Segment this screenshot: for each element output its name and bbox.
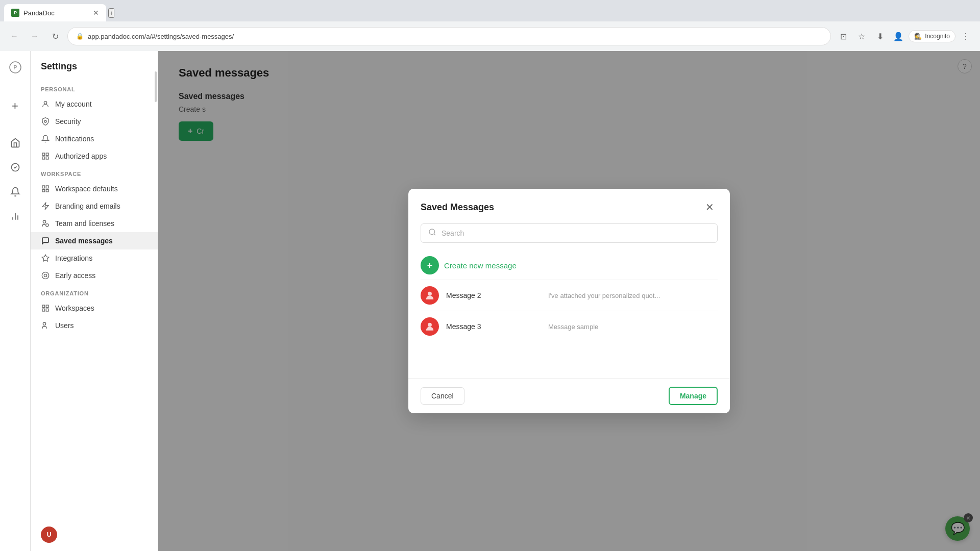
sidebar-icon-chart[interactable]: [5, 206, 26, 227]
manage-button[interactable]: Manage: [669, 387, 718, 405]
modal-footer: Cancel Manage: [408, 378, 730, 413]
modal-header: Saved Messages ✕: [408, 189, 730, 223]
sidebar-item-label-users: Users: [55, 321, 74, 330]
section-label-workspace: WORKSPACE: [31, 165, 158, 180]
svg-rect-13: [46, 186, 48, 188]
svg-rect-15: [46, 189, 48, 192]
cancel-button[interactable]: Cancel: [421, 387, 464, 405]
back-button[interactable]: ←: [6, 28, 22, 44]
table-row[interactable]: Message 2 I've attached your personalize…: [421, 280, 718, 311]
svg-rect-12: [42, 186, 45, 188]
svg-rect-8: [42, 153, 45, 156]
create-message-icon: +: [421, 256, 439, 274]
download-icon[interactable]: ⬇: [872, 28, 888, 44]
sidebar-icon-add[interactable]: +: [5, 96, 26, 116]
sidebar-item-label-integrations: Integrations: [55, 254, 92, 262]
user-avatar[interactable]: U: [41, 527, 57, 543]
new-tab-button[interactable]: +: [108, 8, 114, 18]
sidebar-icon-bell[interactable]: [5, 182, 26, 202]
sidebar-item-notifications[interactable]: Notifications: [31, 130, 158, 147]
section-label-organization: ORGANIZATION: [31, 284, 158, 299]
early-access-icon: [41, 271, 50, 280]
main-content: Saved messages Saved messages Create s +…: [158, 51, 980, 551]
sidebar-item-label-authorized-apps: Authorized apps: [55, 152, 107, 160]
branding-emails-icon: [41, 202, 50, 211]
svg-point-27: [429, 229, 435, 235]
modal-overlay[interactable]: Saved Messages ✕: [158, 51, 980, 551]
svg-rect-22: [42, 305, 45, 308]
reload-button[interactable]: ↻: [47, 28, 63, 44]
settings-sidebar: Settings PERSONAL My account Security No…: [31, 51, 158, 551]
sidebar-item-label-my-account: My account: [55, 100, 92, 108]
modal-close-button[interactable]: ✕: [701, 199, 718, 215]
svg-marker-19: [42, 255, 48, 261]
incognito-icon: 🕵: [914, 33, 922, 40]
icon-sidebar: P +: [0, 51, 31, 551]
close-icon: ✕: [705, 201, 714, 213]
svg-point-20: [42, 272, 48, 279]
sidebar-item-label-workspaces: Workspaces: [55, 304, 94, 312]
browser-chrome: P PandaDoc ✕ + ← → ↻ 🔒 app.pandadoc.com/…: [0, 0, 980, 51]
workspaces-icon: [41, 304, 50, 313]
modal-body: + Create new message Message 2 I've atta…: [408, 223, 730, 378]
tab-close-button[interactable]: ✕: [93, 9, 99, 17]
svg-rect-10: [42, 157, 45, 159]
active-tab[interactable]: P PandaDoc ✕: [4, 4, 106, 21]
svg-point-17: [43, 220, 45, 223]
saved-messages-modal: Saved Messages ✕: [408, 189, 730, 413]
workspace-defaults-icon: [41, 184, 50, 193]
users-icon: [41, 321, 50, 330]
menu-button[interactable]: ⋮: [958, 28, 974, 44]
sidebar-item-workspaces[interactable]: Workspaces: [31, 299, 158, 317]
sidebar-item-authorized-apps[interactable]: Authorized apps: [31, 147, 158, 165]
table-row[interactable]: Message 3 Message sample: [421, 311, 718, 342]
modal-title: Saved Messages: [421, 202, 494, 213]
sidebar-item-my-account[interactable]: My account: [31, 95, 158, 113]
sidebar-title: Settings: [31, 61, 158, 80]
bookmark-icon[interactable]: ☆: [853, 28, 870, 44]
create-new-message-label: Create new message: [444, 261, 517, 270]
integrations-icon: [41, 254, 50, 263]
sidebar-item-users[interactable]: Users: [31, 317, 158, 334]
search-input[interactable]: [442, 229, 710, 237]
sidebar-item-branding-emails[interactable]: Branding and emails: [31, 197, 158, 215]
tab-favicon: P: [11, 9, 19, 17]
svg-point-18: [46, 224, 48, 227]
my-account-icon: [41, 99, 50, 109]
search-bar[interactable]: [421, 223, 718, 243]
sidebar-item-team-licenses[interactable]: Team and licenses: [31, 215, 158, 232]
sidebar-item-label-saved-messages: Saved messages: [55, 237, 113, 245]
create-new-message-row[interactable]: + Create new message: [421, 251, 718, 280]
sidebar-item-label-workspace-defaults: Workspace defaults: [55, 185, 118, 193]
incognito-label: Incognito: [925, 33, 950, 40]
avatar: [421, 317, 439, 336]
nav-actions: ⊡ ☆ ⬇ 👤 🕵 Incognito ⋮: [835, 28, 974, 44]
address-bar[interactable]: 🔒 app.pandadoc.com/a/#/settings/saved-me…: [67, 27, 831, 45]
sidebar-item-integrations[interactable]: Integrations: [31, 249, 158, 267]
nav-bar: ← → ↻ 🔒 app.pandadoc.com/a/#/settings/sa…: [0, 21, 980, 51]
incognito-button[interactable]: 🕵 Incognito: [909, 30, 955, 42]
svg-rect-24: [42, 309, 45, 311]
svg-marker-16: [42, 203, 48, 209]
message-preview: Message sample: [548, 323, 718, 331]
team-licenses-icon: [41, 219, 50, 228]
cast-icon[interactable]: ⊡: [835, 28, 851, 44]
message-name: Message 2: [446, 291, 548, 299]
forward-button[interactable]: →: [27, 28, 43, 44]
message-name: Message 3: [446, 322, 548, 331]
sidebar-item-workspace-defaults[interactable]: Workspace defaults: [31, 180, 158, 197]
scrollbar[interactable]: [155, 71, 157, 102]
sidebar-icon-home[interactable]: [5, 133, 26, 153]
svg-point-29: [428, 292, 432, 296]
profile-icon[interactable]: 👤: [890, 28, 906, 44]
sidebar-item-saved-messages[interactable]: Saved messages: [31, 232, 158, 249]
svg-line-28: [434, 234, 435, 235]
svg-point-30: [428, 323, 432, 327]
sidebar-item-early-access[interactable]: Early access: [31, 267, 158, 284]
saved-messages-icon: [41, 236, 50, 245]
sidebar-item-label-early-access: Early access: [55, 271, 95, 280]
svg-rect-25: [46, 309, 48, 311]
sidebar-icon-check[interactable]: [5, 157, 26, 178]
sidebar-item-security[interactable]: Security: [31, 113, 158, 130]
search-icon: [428, 228, 436, 238]
